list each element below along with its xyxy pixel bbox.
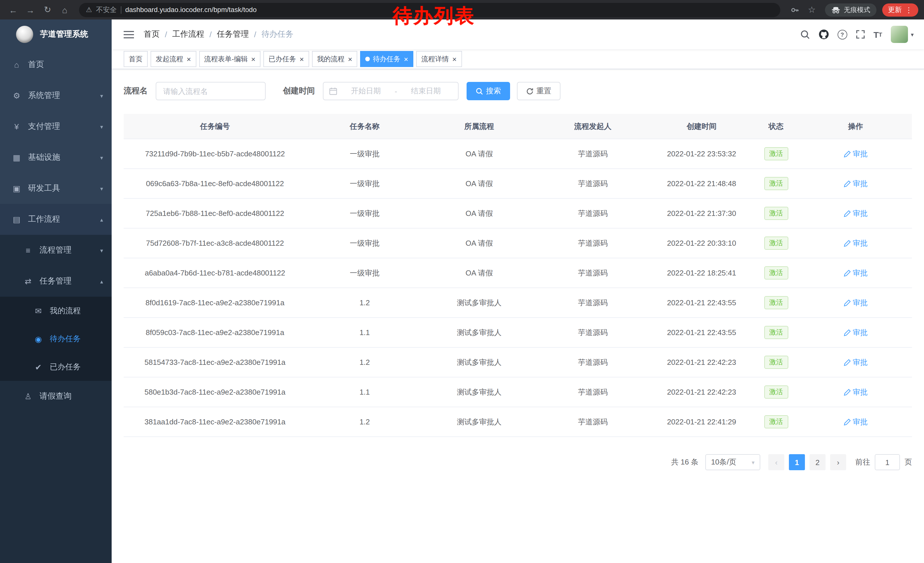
table-row: 069c6a63-7b8a-11ec-8ef0-acde48001122 一级审… [124, 169, 912, 198]
sidebar-item-process-management[interactable]: ≡流程管理▾ [0, 235, 112, 266]
approve-link-label: 审批 [853, 387, 868, 397]
close-icon[interactable]: × [348, 55, 352, 63]
breadcrumb-workflow[interactable]: 工作流程 [172, 29, 204, 39]
page-size-value: 10条/页 [711, 457, 736, 467]
page-jumper: 前往 页 [855, 454, 912, 470]
tab-done-task[interactable]: 已办任务× [263, 51, 309, 67]
question-mark-icon: ? [837, 30, 847, 39]
cell-task-id: 58154733-7ac8-11ec-a9e2-a2380e71991a [124, 347, 306, 377]
sidebar-item-payment-management[interactable]: ¥支付管理▾ [0, 111, 112, 142]
update-button[interactable]: 更新 ⋮ [882, 3, 918, 17]
close-icon[interactable]: × [187, 55, 191, 63]
search-button[interactable]: 搜索 [466, 82, 510, 100]
sidebar-item-task-management[interactable]: ⇄任务管理▴ [0, 266, 112, 297]
status-badge: 激活 [764, 326, 788, 339]
back-icon[interactable]: ← [6, 2, 21, 17]
approve-button[interactable]: 审批 [844, 208, 868, 219]
user-menu[interactable]: ▾ [891, 26, 914, 43]
close-icon[interactable]: × [299, 55, 304, 63]
cell-task-name: 一级审批 [306, 139, 423, 169]
incognito-badge: 无痕模式 [825, 3, 876, 17]
tab-home[interactable]: 首页 [124, 51, 148, 67]
reset-button[interactable]: 重置 [517, 82, 561, 100]
sidebar-item-leave-query[interactable]: ♙请假查询 [0, 381, 112, 412]
warning-icon: ⚠ [86, 6, 92, 14]
cell-status: 激活 [753, 258, 799, 288]
search-icon[interactable] [800, 30, 810, 39]
table-header-row: 任务编号 任务名称 所属流程 流程发起人 创建时间 状态 操作 [124, 114, 912, 139]
sidebar-item-my-process[interactable]: ✉我的流程 [0, 297, 112, 325]
breadcrumb-home[interactable]: 首页 [144, 29, 160, 39]
close-icon[interactable]: × [251, 55, 255, 63]
address-bar[interactable]: ⚠ 不安全 dashboard.yudao.iocoder.cn/bpm/tas… [79, 3, 780, 17]
process-name-input[interactable] [156, 82, 266, 100]
chevron-down-icon: ▾ [100, 185, 103, 192]
page-button-2[interactable]: 2 [810, 454, 825, 470]
approve-button[interactable]: 审批 [844, 149, 868, 159]
tab-label: 已办任务 [268, 54, 296, 64]
cell-status: 激活 [753, 377, 799, 407]
tab-start-process[interactable]: 发起流程× [151, 51, 196, 67]
github-icon[interactable] [818, 29, 829, 39]
cell-status: 激活 [753, 318, 799, 347]
approve-button[interactable]: 审批 [844, 238, 868, 248]
cell-status: 激活 [753, 139, 799, 169]
sidebar-item-system-management[interactable]: ⚙系统管理▾ [0, 80, 112, 111]
approve-button[interactable]: 审批 [844, 387, 868, 397]
close-icon[interactable]: × [452, 55, 456, 63]
page-size-select[interactable]: 10条/页 ▾ [705, 454, 760, 470]
prev-page-button[interactable]: ‹ [768, 454, 784, 470]
tab-todo-task[interactable]: 待办任务× [360, 51, 413, 67]
approve-button[interactable]: 审批 [844, 357, 868, 368]
sidebar-item-home[interactable]: ⌂首页 [0, 49, 112, 80]
col-task-name: 任务名称 [306, 114, 423, 139]
sidebar-item-dev-tools[interactable]: ▣研发工具▾ [0, 173, 112, 204]
goto-page-input[interactable] [875, 454, 900, 470]
browser-chrome: ← → ↻ ⌂ ⚠ 不安全 dashboard.yudao.iocoder.cn… [0, 0, 924, 20]
approve-button[interactable]: 审批 [844, 179, 868, 189]
sidebar: 芋道管理系统 ⌂首页⚙系统管理▾¥支付管理▾▦基础设施▾▣研发工具▾▤工作流程▴… [0, 20, 112, 563]
sidebar-item-infrastructure[interactable]: ▦基础设施▾ [0, 142, 112, 173]
approve-button[interactable]: 审批 [844, 297, 868, 308]
app-title: 芋道管理系统 [40, 29, 88, 39]
forward-icon[interactable]: → [23, 2, 38, 17]
tab-form-edit[interactable]: 流程表单-编辑× [199, 51, 261, 67]
refresh-icon [526, 87, 534, 95]
table-row: 73211d9d-7b9b-11ec-b5b7-acde48001122 一级审… [124, 139, 912, 169]
cell-task-id: 381aa1dd-7ac8-11ec-a9e2-a2380e71991a [124, 407, 306, 437]
cell-actions: 审批 [799, 288, 912, 318]
incognito-label: 无痕模式 [844, 6, 870, 14]
sidebar-item-workflow[interactable]: ▤工作流程▴ [0, 204, 112, 235]
next-page-button[interactable]: › [830, 454, 846, 470]
bookmark-star-icon[interactable]: ☆ [804, 2, 819, 17]
sidebar-item-todo-task[interactable]: ◉待办任务 [0, 325, 112, 353]
sidebar-toggle-icon[interactable] [124, 30, 134, 39]
close-icon[interactable]: × [404, 55, 408, 63]
font-size-icon[interactable]: TT [873, 30, 882, 39]
breadcrumb-task-management[interactable]: 任务管理 [217, 29, 249, 39]
col-process: 所属流程 [423, 114, 535, 139]
sidebar-item-label: 待办任务 [50, 333, 81, 344]
approve-button[interactable]: 审批 [844, 268, 868, 278]
cell-actions: 审批 [799, 347, 912, 377]
help-icon[interactable]: ? [837, 30, 847, 39]
tab-my-process[interactable]: 我的流程× [312, 51, 357, 67]
page-button-1[interactable]: 1 [789, 454, 805, 470]
key-icon[interactable] [787, 2, 802, 17]
tab-process-detail[interactable]: 流程详情× [416, 51, 462, 67]
breadcrumb: 首页 / 工作流程 / 任务管理 / 待办任务 [144, 29, 293, 39]
col-status: 状态 [753, 114, 799, 139]
reload-icon[interactable]: ↻ [40, 2, 55, 17]
pagination: 共 16 条 10条/页 ▾ ‹ 1 2 › 前往 页 [124, 454, 912, 470]
menu-dots-icon[interactable]: ⋮ [905, 6, 912, 14]
sidebar-item-label: 已办任务 [50, 362, 81, 372]
fullscreen-icon[interactable] [856, 30, 865, 39]
date-range-picker[interactable]: 开始日期 - 结束日期 [323, 82, 459, 100]
approve-button[interactable]: 审批 [844, 417, 868, 427]
sidebar-item-done-task[interactable]: ✔已办任务 [0, 353, 112, 381]
branch-icon: ⇄ [23, 277, 33, 286]
approve-button[interactable]: 审批 [844, 327, 868, 338]
tab-label: 流程表单-编辑 [204, 54, 248, 64]
cell-created: 2022-01-21 22:43:55 [650, 288, 753, 318]
home-icon[interactable]: ⌂ [57, 2, 72, 17]
